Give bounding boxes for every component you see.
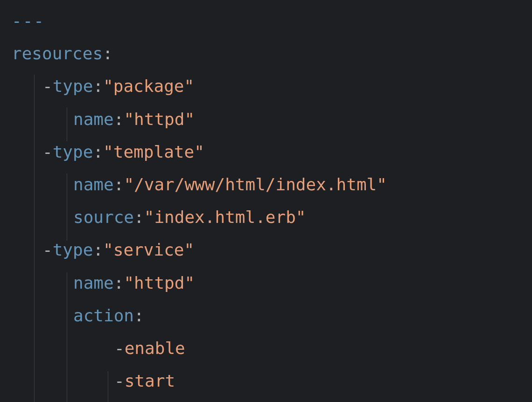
code-line: - type: "package" bbox=[12, 70, 520, 103]
yaml-string: httpd bbox=[134, 273, 184, 292]
yaml-key: action bbox=[73, 299, 134, 332]
yaml-key: name bbox=[73, 168, 114, 201]
yaml-string: template bbox=[113, 142, 194, 161]
dash: - bbox=[114, 332, 125, 365]
code-line: name: "httpd" bbox=[12, 267, 520, 299]
yaml-doc-start: --- bbox=[12, 5, 45, 37]
code-line: - start bbox=[12, 365, 520, 397]
yaml-key: type bbox=[53, 70, 93, 103]
yaml-string: service bbox=[113, 240, 184, 259]
yaml-key: type bbox=[53, 136, 93, 168]
code-line: - enable bbox=[12, 332, 520, 365]
code-editor[interactable]: --- resources: - type: "package" name: "… bbox=[12, 5, 520, 397]
yaml-key: resources bbox=[12, 37, 103, 70]
dash: - bbox=[42, 70, 53, 103]
yaml-string: /var/www/html/index.html bbox=[134, 175, 377, 194]
dash: - bbox=[42, 136, 53, 168]
yaml-key: type bbox=[53, 234, 93, 266]
yaml-value: start bbox=[125, 365, 175, 397]
yaml-value: enable bbox=[125, 332, 185, 365]
code-line: name: "httpd" bbox=[12, 103, 520, 136]
yaml-string: httpd bbox=[134, 110, 184, 129]
dash: - bbox=[114, 365, 125, 397]
colon: : bbox=[103, 37, 113, 70]
code-line: name: "/var/www/html/index.html" bbox=[12, 168, 520, 201]
code-line: resources: bbox=[12, 37, 520, 70]
yaml-string: package bbox=[113, 76, 184, 96]
dash: - bbox=[42, 234, 53, 266]
yaml-key: name bbox=[73, 103, 114, 136]
yaml-key: name bbox=[73, 267, 114, 299]
code-line: --- bbox=[12, 5, 520, 37]
code-line: - type: "service" bbox=[12, 234, 520, 266]
yaml-key: source bbox=[73, 201, 134, 234]
yaml-string: index.html.erb bbox=[154, 208, 295, 227]
code-line: source: "index.html.erb" bbox=[12, 201, 520, 234]
code-line: - type: "template" bbox=[12, 136, 520, 168]
code-line: action: bbox=[12, 299, 520, 332]
